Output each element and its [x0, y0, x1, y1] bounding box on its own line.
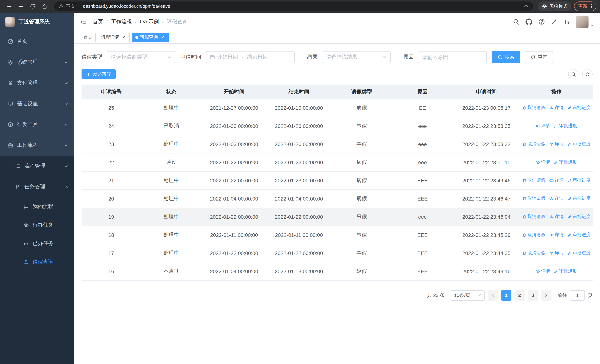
breadcrumb-workflow[interactable]: 工作流程: [111, 18, 132, 25]
progress-link[interactable]: 审批进度: [567, 141, 591, 147]
table-row: 17处理中2022-01-22 00:00:002022-01-22 00:00…: [82, 244, 593, 262]
page-button-1[interactable]: 1: [501, 290, 511, 300]
sidebar-item-workflow[interactable]: 工作流程: [0, 135, 74, 156]
progress-link[interactable]: 审批进度: [567, 195, 591, 202]
tab-process-detail[interactable]: 流程详情 ×: [98, 32, 130, 42]
page-button-3[interactable]: 3: [528, 290, 538, 300]
close-icon[interactable]: ×: [160, 35, 165, 40]
help-icon[interactable]: [538, 19, 545, 25]
page-button-2[interactable]: 2: [514, 290, 525, 300]
cancel-leave-link[interactable]: 取消请假: [522, 195, 545, 202]
eye-icon: [535, 269, 540, 273]
breadcrumb: 首页 / 工作流程 / OA 示例 / 请假查询: [93, 18, 188, 25]
toggle-search-button[interactable]: [568, 69, 579, 79]
url-text: dashboard.yudao.iocoder.cn/bpm/oa/leave: [83, 4, 170, 9]
app-title: 芋道管理系统: [19, 19, 50, 25]
sidebar-item-system[interactable]: 系统管理: [0, 52, 74, 73]
cancel-leave-link[interactable]: 取消请假: [522, 177, 545, 184]
chevron-down-icon: [477, 293, 481, 297]
forward-button[interactable]: [16, 1, 26, 11]
edit-pen-icon: [567, 142, 572, 146]
bookmark-star-icon[interactable]: [523, 3, 529, 9]
progress-link[interactable]: 审批进度: [567, 104, 591, 111]
tab-home[interactable]: 首页: [80, 32, 96, 42]
sidebar-item-process-management[interactable]: 流程管理: [0, 156, 74, 177]
incognito-label: 无痕模式: [550, 3, 567, 9]
detail-link[interactable]: 详情: [535, 159, 550, 165]
sidebar-item-leave-query[interactable]: 请假查询: [0, 253, 74, 271]
sidebar-item-infrastructure[interactable]: 基础设施: [0, 93, 74, 114]
fullscreen-icon[interactable]: [551, 19, 557, 25]
prev-page-button[interactable]: [488, 290, 498, 300]
sidebar-item-devtools[interactable]: 研发工具: [0, 114, 74, 135]
tab-leave-query[interactable]: 请假查询 ×: [132, 32, 169, 42]
search-button[interactable]: 搜索: [492, 51, 520, 63]
progress-link[interactable]: 审批进度: [554, 123, 577, 129]
create-leave-button[interactable]: 发起请假: [82, 69, 116, 79]
goto-page-input[interactable]: [570, 290, 585, 300]
detail-link[interactable]: 详情: [535, 268, 550, 274]
sidebar: 芋道管理系统 首页 系统管理 支付管理: [0, 13, 74, 364]
arrow-right-icon: [18, 3, 24, 9]
detail-link[interactable]: 详情: [549, 232, 563, 238]
breadcrumb-oa-example[interactable]: OA 示例: [140, 18, 159, 25]
progress-link[interactable]: 审批进度: [554, 159, 577, 165]
cancel-leave-link[interactable]: 取消请假: [522, 250, 545, 256]
cancel-leave-link[interactable]: 取消请假: [522, 104, 545, 111]
reason-input[interactable]: [422, 54, 483, 60]
reset-button[interactable]: 重置: [525, 51, 553, 63]
sidebar-logo[interactable]: 芋道管理系统: [0, 13, 74, 31]
reload-button[interactable]: [28, 1, 38, 11]
leave-type-select[interactable]: 请选择请假类型: [107, 51, 175, 63]
progress-link[interactable]: 审批进度: [554, 268, 577, 274]
refresh-table-button[interactable]: [582, 69, 593, 79]
detail-link[interactable]: 详情: [549, 177, 563, 184]
security-label: 不安全: [66, 3, 79, 9]
cancel-leave-link[interactable]: 取消请假: [522, 141, 545, 147]
detail-link[interactable]: 详情: [549, 104, 563, 111]
search-icon[interactable]: [513, 19, 519, 25]
sidebar-item-my-process[interactable]: 我的流程: [0, 197, 74, 216]
detail-link[interactable]: 详情: [549, 141, 563, 147]
page-suffix: 页: [588, 292, 593, 299]
detail-link[interactable]: 详情: [549, 195, 563, 202]
progress-link[interactable]: 审批进度: [567, 250, 591, 256]
next-page-button[interactable]: [541, 290, 552, 300]
collapse-sidebar-button[interactable]: [80, 18, 87, 25]
sidebar-item-todo-tasks[interactable]: 待办任务: [0, 216, 74, 234]
text-size-icon[interactable]: [563, 19, 570, 25]
detail-link[interactable]: 详情: [549, 250, 563, 256]
edit-pen-icon: [554, 160, 558, 164]
page-content: 请假类型 请选择请假类型 申请时间 开始日期 - 结束日期 结果 请选择流结果: [74, 44, 600, 364]
home-button[interactable]: [39, 1, 50, 11]
detail-link[interactable]: 详情: [535, 123, 550, 129]
sidebar-item-task-management[interactable]: 任务管理: [0, 177, 74, 197]
back-button[interactable]: [4, 1, 14, 11]
apply-time-range-picker[interactable]: 开始日期 - 结束日期: [206, 51, 295, 63]
detail-link[interactable]: 详情: [549, 214, 563, 220]
page-size-select[interactable]: 10条/页: [451, 290, 485, 300]
browser-update-button[interactable]: 更新: [574, 1, 596, 11]
close-icon[interactable]: ×: [121, 35, 126, 40]
security-status[interactable]: 不安全: [58, 3, 79, 9]
progress-link[interactable]: 审批进度: [567, 177, 591, 184]
browser-menu-icon[interactable]: [589, 4, 594, 9]
cancel-leave-link[interactable]: 取消请假: [522, 214, 545, 220]
cancel-leave-link[interactable]: 取消请假: [522, 232, 545, 238]
sidebar-item-done-tasks[interactable]: 已办任务: [0, 234, 74, 253]
sidebar-item-payment[interactable]: 支付管理: [0, 73, 74, 93]
table-row: 21处理中2022-01-22 00:00:002022-01-23 00:00…: [82, 171, 593, 189]
sidebar-item-home[interactable]: 首页: [0, 31, 74, 52]
table-row: 23处理中2022-01-03 00:00:002022-01-26 00:00…: [82, 135, 593, 153]
result-select[interactable]: 请选择流结果: [322, 51, 391, 63]
progress-link[interactable]: 审批进度: [567, 214, 591, 220]
trash-icon: [522, 215, 526, 219]
table-row: 22通过2022-01-22 00:00:002022-01-22 00:00:…: [82, 153, 593, 171]
breadcrumb-home[interactable]: 首页: [93, 18, 103, 25]
user-menu[interactable]: [576, 15, 594, 28]
github-icon[interactable]: [525, 18, 532, 25]
avatar[interactable]: [576, 15, 589, 28]
progress-link[interactable]: 审批进度: [567, 232, 591, 238]
address-bar[interactable]: 不安全 dashboard.yudao.iocoder.cn/bpm/oa/le…: [54, 1, 533, 11]
navbar-actions: [513, 15, 594, 28]
